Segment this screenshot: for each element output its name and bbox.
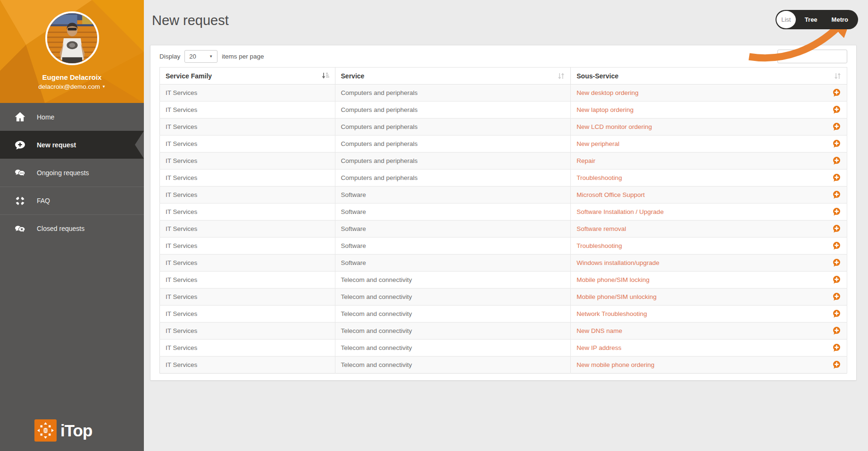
- cell-service-family: IT Services: [160, 170, 335, 187]
- cell-service-family: IT Services: [160, 238, 335, 255]
- sous-service-link[interactable]: Mobile phone/SIM locking: [576, 276, 650, 283]
- service-table-body: IT Services Computers and peripherals Ne…: [160, 85, 847, 374]
- sidebar-menu: Home New request Ongoing requests: [0, 103, 144, 242]
- page-title: New request: [152, 13, 229, 28]
- itop-logo-text: iTop: [60, 421, 92, 440]
- closed-requests-icon: [14, 223, 26, 235]
- add-request-bubble-icon[interactable]: [832, 275, 841, 284]
- service-table: Service Family Service: [159, 67, 847, 374]
- sidebar-item-label: Ongoing requests: [37, 169, 89, 177]
- sort-asc-icon[interactable]: [321, 72, 329, 79]
- sous-service-link[interactable]: New peripheral: [576, 140, 619, 147]
- cell-service-family: IT Services: [160, 272, 335, 289]
- sous-service-link[interactable]: Troubleshooting: [576, 174, 622, 181]
- add-request-bubble-icon[interactable]: [832, 292, 841, 301]
- user-name: Eugene Delacroix: [0, 73, 144, 81]
- cell-service: Telecom and connectivity: [335, 323, 571, 340]
- cell-service-family: IT Services: [160, 204, 335, 221]
- cell-sous-service: Software Installation / Upgrade: [571, 204, 847, 221]
- table-row: IT Services Telecom and connectivity New…: [160, 340, 847, 357]
- table-row: IT Services Telecom and connectivity Mob…: [160, 272, 847, 289]
- itop-logo: iTop: [34, 419, 92, 442]
- add-request-bubble-icon[interactable]: [832, 360, 841, 369]
- add-request-bubble-icon[interactable]: [832, 207, 841, 216]
- sous-service-link[interactable]: New IP address: [576, 344, 621, 351]
- cell-sous-service: Mobile phone/SIM locking: [571, 272, 847, 289]
- sous-service-link[interactable]: New laptop ordering: [576, 106, 634, 113]
- cell-service-family: IT Services: [160, 136, 335, 153]
- add-request-bubble-icon[interactable]: [832, 173, 841, 182]
- sort-both-icon[interactable]: [834, 72, 841, 80]
- sous-service-link[interactable]: Windows installation/upgrade: [576, 259, 659, 266]
- cell-service-family: IT Services: [160, 85, 335, 102]
- filter-group: filter :: [758, 50, 847, 63]
- sous-service-link[interactable]: Troubleshooting: [576, 242, 622, 249]
- cell-service-family: IT Services: [160, 357, 335, 374]
- sidebar-item-new-request[interactable]: New request: [0, 131, 144, 159]
- cell-sous-service: New IP address: [571, 340, 847, 357]
- cell-service-family: IT Services: [160, 102, 335, 119]
- sous-service-link[interactable]: New mobile phone ordering: [576, 361, 654, 368]
- add-request-bubble-icon[interactable]: [832, 156, 841, 165]
- sidebar-item-home[interactable]: Home: [0, 103, 144, 131]
- column-header-sous-service[interactable]: Sous-Service: [571, 68, 847, 85]
- cell-service: Computers and peripherals: [335, 170, 571, 187]
- items-per-page-label: items per page: [222, 53, 264, 60]
- cell-sous-service: New LCD monitor ordering: [571, 119, 847, 136]
- sous-service-link[interactable]: New desktop ordering: [576, 89, 638, 96]
- add-request-bubble-icon[interactable]: [832, 139, 841, 148]
- cell-service: Software: [335, 204, 571, 221]
- sous-service-link[interactable]: Repair: [576, 157, 595, 164]
- sous-service-link[interactable]: New DNS name: [576, 327, 622, 334]
- table-row: IT Services Software Troubleshooting: [160, 238, 847, 255]
- add-request-bubble-icon[interactable]: [832, 326, 841, 335]
- cell-service: Computers and peripherals: [335, 85, 571, 102]
- add-request-bubble-icon[interactable]: [832, 122, 841, 131]
- cell-service: Software: [335, 238, 571, 255]
- add-request-bubble-icon[interactable]: [832, 258, 841, 267]
- add-request-bubble-icon[interactable]: [832, 224, 841, 233]
- add-request-bubble-icon[interactable]: [832, 190, 841, 199]
- cell-service-family: IT Services: [160, 340, 335, 357]
- sous-service-link[interactable]: New LCD monitor ordering: [576, 123, 652, 130]
- cell-sous-service: Repair: [571, 153, 847, 170]
- cell-service: Telecom and connectivity: [335, 272, 571, 289]
- cell-sous-service: Windows installation/upgrade: [571, 255, 847, 272]
- add-request-bubble-icon[interactable]: [832, 105, 841, 114]
- sidebar-item-closed-requests[interactable]: Closed requests: [0, 214, 144, 242]
- column-header-service[interactable]: Service: [335, 68, 571, 85]
- sort-both-icon[interactable]: [558, 72, 565, 80]
- cell-service: Software: [335, 221, 571, 238]
- faq-icon: [14, 195, 26, 207]
- page-size-select[interactable]: 20 ▼: [184, 50, 217, 63]
- table-row: IT Services Computers and peripherals Ne…: [160, 136, 847, 153]
- main-content: New request List Tree Metro Display 20 ▼…: [144, 0, 868, 451]
- sous-service-link[interactable]: Network Troubleshooting: [576, 310, 647, 317]
- add-request-bubble-icon[interactable]: [832, 88, 841, 97]
- cell-service-family: IT Services: [160, 221, 335, 238]
- filter-input[interactable]: [777, 50, 847, 63]
- add-request-bubble-icon[interactable]: [832, 241, 841, 250]
- view-toggle-metro[interactable]: Metro: [825, 16, 855, 23]
- cell-service: Computers and peripherals: [335, 136, 571, 153]
- sidebar-item-faq[interactable]: FAQ: [0, 187, 144, 214]
- table-row: IT Services Computers and peripherals Re…: [160, 153, 847, 170]
- home-icon: [14, 111, 26, 123]
- sous-service-link[interactable]: Mobile phone/SIM unlocking: [576, 293, 657, 300]
- cell-sous-service: New desktop ordering: [571, 85, 847, 102]
- column-label: Sous-Service: [576, 72, 618, 80]
- user-menu-trigger[interactable]: delacroix@demo.com▼: [0, 83, 144, 90]
- cell-service: Computers and peripherals: [335, 102, 571, 119]
- cell-sous-service: Microsoft Office Support: [571, 187, 847, 204]
- sous-service-link[interactable]: Microsoft Office Support: [576, 191, 645, 198]
- view-toggle-tree[interactable]: Tree: [798, 16, 825, 23]
- column-header-service-family[interactable]: Service Family: [160, 68, 335, 85]
- sous-service-link[interactable]: Software Installation / Upgrade: [576, 208, 664, 215]
- view-toggle-list[interactable]: List: [776, 11, 796, 28]
- sous-service-link[interactable]: Software removal: [576, 225, 626, 232]
- cell-service: Telecom and connectivity: [335, 340, 571, 357]
- cell-service-family: IT Services: [160, 153, 335, 170]
- add-request-bubble-icon[interactable]: [832, 309, 841, 318]
- add-request-bubble-icon[interactable]: [832, 343, 841, 352]
- sidebar-item-ongoing-requests[interactable]: Ongoing requests: [0, 159, 144, 187]
